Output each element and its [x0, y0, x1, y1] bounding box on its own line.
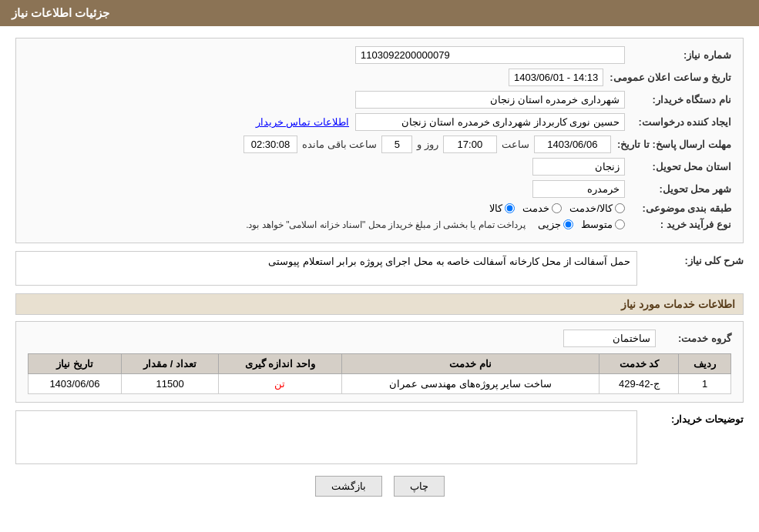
creator-row: ایجاد کننده درخواست: حسین نوری کاربرداز … [28, 113, 731, 131]
need-number-label: شماره نیاز: [631, 49, 731, 61]
response-days-label: روز و [417, 139, 438, 150]
deadline-time-group: 1403/06/06 ساعت 17:00 روز و 5 ساعت باقی … [243, 136, 611, 153]
cell-unit: تن [219, 374, 341, 394]
category-khadamat-label: خدمت [522, 202, 549, 214]
col-code: کد خدمت [599, 354, 679, 374]
category-label: طبقه بندی موضوعی: [631, 202, 731, 214]
services-section-title: اطلاعات خدمات مورد نیاز [15, 293, 744, 315]
page-title: جزئیات اطلاعات نیاز [12, 6, 109, 19]
service-group-label: گروه خدمت: [662, 333, 731, 344]
page-container: جزئیات اطلاعات نیاز شماره نیاز: 11030922… [0, 0, 759, 532]
description-section: شرح کلی نیاز: حمل آسفالت از محل کارخانه … [15, 251, 744, 286]
services-table: ردیف کد خدمت نام خدمت واحد اندازه گیری ت… [28, 353, 731, 394]
page-header: جزئیات اطلاعات نیاز [0, 0, 759, 26]
col-name: نام خدمت [341, 354, 599, 374]
need-number-value: 1103092200000079 [355, 46, 625, 64]
announce-datetime-row: تاریخ و ساعت اعلان عمومی: 1403/06/01 - 1… [28, 69, 731, 86]
service-group-row: گروه خدمت: ساختمان [28, 330, 731, 347]
purchase-motavaset-radio[interactable] [615, 219, 625, 229]
table-header-row: ردیف کد خدمت نام خدمت واحد اندازه گیری ت… [29, 354, 731, 374]
main-form-section: شماره نیاز: 1103092200000079 تاریخ و ساع… [15, 38, 744, 243]
buyer-org-value: شهرداری خرمدره استان زنجان [355, 91, 625, 109]
buyer-org-row: نام دستگاه خریدار: شهرداری خرمدره استان … [28, 91, 731, 109]
services-table-container: ردیف کد خدمت نام خدمت واحد اندازه گیری ت… [28, 353, 731, 394]
buyer-desc-label: توضیحات خریدار: [643, 413, 744, 425]
col-unit: واحد اندازه گیری [219, 354, 341, 374]
services-section: گروه خدمت: ساختمان ردیف کد خدمت نام خدمت… [15, 321, 744, 403]
category-radio-group: کالا/خدمت خدمت کالا [489, 202, 625, 214]
purchase-type-note: پرداخت تمام یا بخشی از مبلغ خریداز محل "… [246, 219, 526, 230]
contact-link[interactable]: اطلاعات تماس خریدار [256, 116, 349, 128]
col-quantity: تعداد / مقدار [121, 354, 218, 374]
creator-value: حسین نوری کاربرداز شهرداری خرمدره استان … [355, 113, 625, 131]
city-label: شهر محل تحویل: [631, 183, 731, 195]
purchase-type-label: نوع فرآیند خرید : [631, 219, 731, 230]
province-label: استان محل تحویل: [631, 161, 731, 172]
response-days: 5 [381, 136, 412, 153]
purchase-jozei-label: جزیی [538, 219, 561, 230]
creator-label: ایجاد کننده درخواست: [631, 116, 731, 128]
remaining-label: ساعت باقی مانده [302, 139, 377, 150]
buyer-org-label: نام دستگاه خریدار: [631, 94, 731, 105]
city-value: خرمدره [532, 180, 625, 198]
response-deadline-row: مهلت ارسال پاسخ: تا تاریخ: 1403/06/06 سا… [28, 136, 731, 153]
response-time-label: ساعت [502, 139, 529, 150]
cell-code: ج-42-429 [599, 374, 679, 394]
description-value: حمل آسفالت از محل کارخانه آسفالت خاصه به… [15, 251, 637, 286]
cell-date: 1403/06/06 [29, 374, 122, 394]
announce-datetime-label: تاریخ و ساعت اعلان عمومی: [610, 72, 731, 83]
announce-datetime-value: 1403/06/01 - 14:13 [509, 69, 603, 86]
purchase-jozei-radio[interactable] [563, 219, 573, 229]
city-row: شهر محل تحویل: خرمدره [28, 180, 731, 198]
back-button[interactable]: بازگشت [315, 476, 382, 497]
province-row: استان محل تحویل: زنجان [28, 158, 731, 176]
description-label: شرح کلی نیاز: [643, 255, 744, 266]
category-kala-label: کالا [489, 202, 502, 214]
category-row: طبقه بندی موضوعی: کالا/خدمت خدمت کالا [28, 202, 731, 214]
table-row: 1 ج-42-429 ساخت سایر پروژه‌های مهندسی عم… [29, 374, 731, 394]
buyer-desc-value [15, 410, 637, 464]
purchase-motavaset-item: متوسط [581, 219, 625, 230]
purchase-type-row: نوع فرآیند خرید : متوسط جزیی پرداخت تمام… [28, 219, 731, 230]
buttons-row: چاپ بازگشت [15, 476, 744, 497]
service-group-value: ساختمان [563, 330, 656, 347]
category-kala-radio[interactable] [505, 203, 515, 213]
col-date: تاریخ نیاز [29, 354, 122, 374]
remaining-time: 02:30:08 [243, 136, 297, 153]
buyer-desc-section: توضیحات خریدار: [15, 410, 744, 464]
purchase-motavaset-label: متوسط [581, 219, 613, 230]
province-value: زنجان [532, 158, 625, 176]
response-date: 1403/06/06 [534, 136, 611, 153]
category-khadamat-radio[interactable] [552, 203, 562, 213]
content-area: شماره نیاز: 1103092200000079 تاریخ و ساع… [0, 26, 759, 520]
cell-row-num: 1 [679, 374, 731, 394]
need-number-row: شماره نیاز: 1103092200000079 [28, 46, 731, 64]
print-button[interactable]: چاپ [394, 476, 445, 497]
category-kala-khadamat-label: کالا/خدمت [569, 202, 613, 214]
cell-name: ساخت سایر پروژه‌های مهندسی عمران [341, 374, 599, 394]
response-time: 17:00 [443, 136, 497, 153]
category-kala-item: کالا [489, 202, 515, 214]
category-kala-khadamat-item: کالا/خدمت [569, 202, 625, 214]
purchase-jozei-item: جزیی [538, 219, 573, 230]
category-kala-khadamat-radio[interactable] [615, 203, 625, 213]
category-khadamat-item: خدمت [522, 202, 562, 214]
col-row-num: ردیف [679, 354, 731, 374]
cell-quantity: 11500 [121, 374, 218, 394]
purchase-type-radio-group: متوسط جزیی [538, 219, 625, 230]
response-deadline-label: مهلت ارسال پاسخ: تا تاریخ: [617, 139, 731, 150]
